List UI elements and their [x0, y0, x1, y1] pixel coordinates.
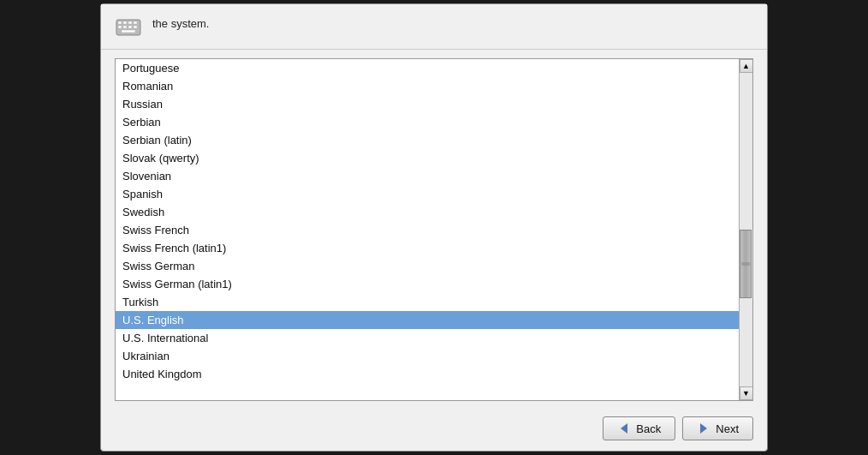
list-item[interactable]: Turkish: [116, 293, 739, 311]
scrollbar-thumb[interactable]: [740, 230, 752, 298]
svg-rect-2: [123, 21, 127, 24]
list-item[interactable]: Slovak (qwerty): [116, 149, 739, 167]
next-button[interactable]: Next: [682, 416, 753, 440]
scrollbar-track[interactable]: ▲ ▼: [739, 59, 752, 400]
scroll-up-button[interactable]: ▲: [740, 59, 753, 73]
back-icon: [617, 422, 631, 435]
list-item[interactable]: Swiss German (latin1): [116, 275, 739, 293]
next-icon: [697, 422, 710, 435]
arrow-left-shape: [621, 423, 627, 434]
list-item[interactable]: U.S. English: [116, 311, 739, 329]
dialog-footer: Back Next: [101, 410, 767, 451]
next-label: Next: [716, 422, 739, 435]
svg-rect-8: [134, 26, 137, 28]
keyboard-icon: [115, 13, 142, 40]
svg-rect-6: [123, 26, 127, 28]
list-item[interactable]: Serbian (latin): [116, 131, 739, 149]
svg-rect-3: [128, 21, 132, 24]
list-item[interactable]: Romanian: [116, 77, 739, 95]
keyboard-layout-dialog: the system. PortugueseRomanianRussianSer…: [100, 3, 768, 452]
svg-rect-7: [128, 26, 132, 28]
svg-rect-9: [122, 30, 135, 33]
scrollbar-thumb-area: [740, 73, 752, 386]
list-item[interactable]: Swiss German: [116, 257, 739, 275]
list-item[interactable]: Slovenian: [116, 167, 739, 185]
list-item[interactable]: Portuguese: [116, 59, 739, 77]
arrow-right-shape: [700, 423, 707, 434]
list-item[interactable]: United Kingdom: [116, 365, 739, 383]
svg-rect-5: [118, 26, 122, 28]
svg-rect-1: [118, 21, 122, 24]
list-item[interactable]: Swedish: [116, 203, 739, 221]
list-item[interactable]: Swiss French: [116, 221, 739, 239]
scroll-down-button[interactable]: ▼: [740, 386, 753, 400]
list-item[interactable]: Ukrainian: [116, 347, 739, 365]
scrollbar-grip: [741, 263, 750, 266]
language-list[interactable]: PortugueseRomanianRussianSerbianSerbian …: [116, 59, 739, 400]
list-item[interactable]: Serbian: [116, 113, 739, 131]
back-label: Back: [636, 422, 661, 435]
dialog-description: the system.: [152, 13, 209, 32]
dialog-header: the system.: [101, 4, 767, 50]
list-item[interactable]: Spanish: [116, 185, 739, 203]
back-button[interactable]: Back: [603, 416, 675, 440]
svg-rect-4: [134, 21, 137, 24]
list-item[interactable]: Swiss French (latin1): [116, 239, 739, 257]
list-item[interactable]: U.S. International: [116, 329, 739, 347]
language-list-container: PortugueseRomanianRussianSerbianSerbian …: [115, 58, 753, 401]
list-item[interactable]: Russian: [116, 95, 739, 113]
